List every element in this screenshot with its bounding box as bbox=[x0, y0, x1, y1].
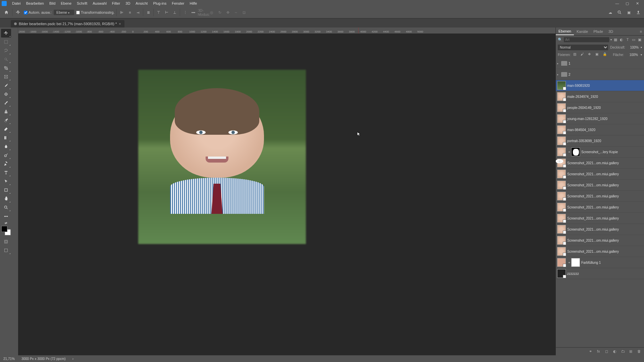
layer-thumbnail[interactable] bbox=[557, 247, 566, 256]
layer-name[interactable]: Farbfüllung 1 bbox=[581, 261, 642, 264]
layer-thumbnail[interactable] bbox=[557, 125, 566, 134]
new-group-icon[interactable]: 🗀 bbox=[621, 349, 626, 354]
menu-3d[interactable]: 3D bbox=[123, 1, 133, 5]
layer-thumbnail[interactable] bbox=[557, 147, 566, 156]
menu-help[interactable]: Hilfe bbox=[187, 1, 200, 5]
hand-tool[interactable] bbox=[1, 194, 11, 203]
zoom-tool[interactable] bbox=[1, 203, 11, 212]
layer-name[interactable]: 2 bbox=[569, 73, 642, 76]
eyedropper-tool[interactable] bbox=[1, 81, 11, 90]
layer-name[interactable]: zzzzzzz bbox=[567, 272, 642, 276]
document-tab[interactable]: Bilder bearbeiten.psdc bei 21,7% (man-59… bbox=[11, 20, 124, 27]
lock-position-icon[interactable]: ✥ bbox=[588, 52, 593, 57]
tab-3d[interactable]: 3D bbox=[606, 28, 616, 35]
more-icon[interactable]: ••• bbox=[190, 9, 196, 15]
new-layer-icon[interactable]: ⊞ bbox=[629, 349, 634, 354]
menu-plugins[interactable]: Plug-ins bbox=[150, 1, 169, 5]
layer-row[interactable]: Screenshot_2021...om.miui.gallery bbox=[556, 213, 644, 224]
layer-thumbnail[interactable] bbox=[557, 114, 566, 123]
filter-smart-icon[interactable]: ▣ bbox=[637, 37, 642, 43]
workspace-icon[interactable]: ▣ bbox=[626, 9, 632, 15]
lasso-tool[interactable] bbox=[1, 46, 11, 55]
layer-name[interactable]: man-984504_1920 bbox=[567, 128, 642, 132]
layer-row[interactable]: young-man-1281282_1920 bbox=[556, 113, 644, 124]
menu-filter[interactable]: Filter bbox=[109, 1, 123, 5]
link-icon[interactable]: ⚭ bbox=[568, 150, 571, 154]
layer-name[interactable]: portrait-3353699_1920 bbox=[567, 139, 642, 143]
frame-tool[interactable] bbox=[1, 72, 11, 81]
layer-row[interactable]: 👁zzzzzzz bbox=[556, 268, 644, 279]
search-icon[interactable] bbox=[616, 9, 623, 15]
layer-thumbnail[interactable] bbox=[557, 136, 566, 145]
menu-edit[interactable]: Bearbeiten bbox=[23, 1, 47, 5]
ruler-vertical[interactable] bbox=[12, 34, 18, 355]
layer-row[interactable]: ⚭Farbfüllung 1 bbox=[556, 257, 644, 268]
lock-pixels-icon[interactable]: 🖌 bbox=[581, 52, 585, 57]
canvas[interactable] bbox=[18, 34, 555, 355]
menu-view[interactable]: Ansicht bbox=[133, 1, 150, 5]
brush-tool[interactable] bbox=[1, 99, 11, 107]
layer-name[interactable]: Screenshot_2021...om.miui.gallery bbox=[567, 239, 642, 242]
lock-transparency-icon[interactable]: ▨ bbox=[573, 52, 578, 57]
align-center-h-icon[interactable]: ≡ bbox=[127, 9, 133, 15]
distribute-v-icon[interactable]: ⋮ bbox=[182, 9, 188, 15]
layer-row[interactable]: Screenshot_2021...om.miui.gallery bbox=[556, 169, 644, 180]
layer-name[interactable]: Screenshot_2021...om.miui.gallery bbox=[567, 228, 642, 231]
collapse-icon[interactable]: ▸ bbox=[556, 62, 560, 65]
tab-channels[interactable]: Kanäle bbox=[574, 28, 591, 35]
layer-name[interactable]: male-2634974_1920 bbox=[567, 95, 642, 99]
menu-image[interactable]: Bild bbox=[47, 1, 58, 5]
layer-mask-thumbnail[interactable] bbox=[571, 258, 580, 267]
auto-select-checkbox[interactable]: Autom. ausw.: bbox=[24, 10, 52, 14]
layer-row[interactable]: 👁man-59081920 bbox=[556, 80, 644, 91]
color-swap-icon[interactable]: ⇄ bbox=[1, 221, 11, 225]
gradient-tool[interactable] bbox=[1, 133, 11, 142]
layer-row[interactable]: Screenshot_2021...om.miui.gallery bbox=[556, 246, 644, 257]
align-bottom-icon[interactable]: ⊥ bbox=[172, 9, 178, 15]
layer-search-input[interactable] bbox=[564, 37, 609, 42]
layer-name[interactable]: Screenshot_2021...om.miui.gallery bbox=[567, 161, 642, 165]
edit-toolbar[interactable]: ••• bbox=[1, 212, 11, 221]
layer-row[interactable]: Screenshot_2021...om.miui.gallery bbox=[556, 191, 644, 202]
close-tab-icon[interactable]: × bbox=[119, 22, 121, 26]
lock-all-icon[interactable]: 🔒 bbox=[603, 52, 607, 57]
filter-shape-icon[interactable]: ▭ bbox=[631, 37, 636, 43]
window-close[interactable]: ✕ bbox=[632, 1, 642, 6]
layer-thumbnail[interactable] bbox=[557, 236, 566, 245]
layer-thumbnail[interactable] bbox=[557, 225, 566, 234]
window-maximize[interactable]: ▢ bbox=[622, 1, 632, 6]
layer-name[interactable]: Screenshot_2021...om.miui.gallery bbox=[567, 194, 642, 198]
collapse-icon[interactable]: ▸ bbox=[556, 73, 560, 76]
home-icon[interactable] bbox=[3, 9, 10, 16]
layer-row[interactable]: ▸1 bbox=[556, 58, 644, 69]
menu-window[interactable]: Fenster bbox=[169, 1, 187, 5]
layer-name[interactable]: young-man-1281282_1920 bbox=[567, 117, 642, 121]
layer-thumbnail[interactable] bbox=[557, 192, 566, 200]
fill-input[interactable] bbox=[627, 53, 638, 57]
lock-artboard-icon[interactable]: ▣ bbox=[595, 52, 600, 57]
marquee-tool[interactable] bbox=[1, 38, 11, 46]
ruler-horizontal[interactable]: -2000-1800-1600-1400-1200-1000-800-600-4… bbox=[12, 27, 555, 34]
history-brush-tool[interactable] bbox=[1, 116, 11, 125]
search-icon[interactable]: 🔍 bbox=[558, 37, 562, 43]
filter-type-icon[interactable]: T bbox=[625, 37, 630, 43]
distribute-icon[interactable]: ≣ bbox=[145, 9, 151, 15]
add-mask-icon[interactable]: ◻ bbox=[605, 349, 610, 354]
tab-paths[interactable]: Pfade bbox=[591, 28, 606, 35]
layer-thumbnail[interactable] bbox=[557, 258, 566, 267]
filter-pixel-icon[interactable]: ▦ bbox=[613, 37, 618, 43]
layer-row[interactable]: ⚭Screenshot_...lery Kopie bbox=[556, 146, 644, 158]
blend-mode-select[interactable]: Normal bbox=[558, 45, 608, 50]
auto-select-mode[interactable]: Ebene ▾ bbox=[54, 10, 74, 15]
layer-row[interactable]: male-2634974_1920 bbox=[556, 91, 644, 102]
layer-row[interactable]: Screenshot_2021...om.miui.gallery bbox=[556, 180, 644, 191]
filter-adjust-icon[interactable]: ◐ bbox=[619, 37, 624, 43]
layer-thumbnail[interactable] bbox=[557, 181, 566, 189]
layer-name[interactable]: Screenshot_2021...om.miui.gallery bbox=[567, 250, 642, 253]
menu-layer[interactable]: Ebene bbox=[58, 1, 74, 5]
layer-thumbnail[interactable] bbox=[557, 214, 566, 223]
tab-layers[interactable]: Ebenen bbox=[556, 28, 574, 35]
statusbar-arrow-icon[interactable]: › bbox=[72, 357, 73, 361]
layer-name[interactable]: Screenshot_2021...om.miui.gallery bbox=[567, 217, 642, 220]
layer-name[interactable]: man-59081920 bbox=[567, 84, 642, 87]
